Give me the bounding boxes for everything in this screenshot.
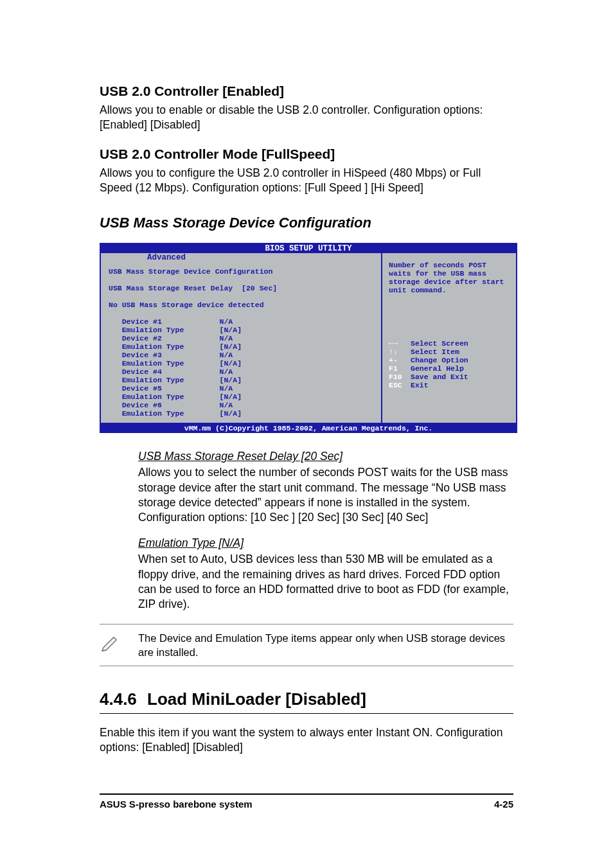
bios-key-row: +-Change Option	[389, 356, 511, 364]
bios-key-glyph: +-	[389, 356, 411, 364]
para-usb20-mode: Allows you to configure the USB 2.0 cont…	[100, 166, 513, 195]
bios-title-bar: BIOS SETUP UTILITY Advanced	[100, 243, 517, 253]
subheading-reset-delay: USB Mass Storage Reset Delay [20 Sec]	[100, 450, 513, 463]
note-text: The Device and Emulation Type items appe…	[138, 631, 511, 660]
bios-key-desc: Select Item	[411, 348, 459, 356]
bios-help-text: Number of seconds POST waits for the USB…	[389, 261, 511, 294]
bios-key-glyph: ↑↓	[389, 348, 411, 356]
bios-main-pane: USB Mass Storage Device Configuration US…	[101, 253, 381, 423]
heading-446-title: Load MiniLoader [Disabled]	[147, 689, 366, 709]
bios-key-row: F1General Help	[389, 364, 511, 373]
heading-usb-mass-storage-config: USB Mass Storage Device Configuration	[100, 215, 513, 231]
bios-key-row: ESCExit	[389, 381, 511, 389]
bios-key-desc: General Help	[411, 364, 464, 373]
bios-key-row: ←→Select Screen	[389, 339, 511, 348]
heading-446-number: 4.4.6	[100, 689, 147, 709]
bios-title-text: BIOS SETUP UTILITY	[265, 244, 351, 253]
bios-key-desc: Change Option	[411, 356, 468, 364]
note-icon	[100, 631, 138, 655]
bios-key-row: F10Save and Exit	[389, 373, 511, 381]
bios-nav-keys: ←→Select Screen↑↓Select Item+-Change Opt…	[389, 339, 511, 389]
para-reset-delay: Allows you to select the number of secon…	[100, 465, 513, 525]
bios-key-glyph: ESC	[389, 381, 411, 389]
bios-key-glyph: F10	[389, 373, 411, 381]
bios-key-desc: Select Screen	[411, 339, 468, 348]
note-block: The Device and Emulation Type items appe…	[100, 624, 513, 667]
bios-screenshot: BIOS SETUP UTILITY Advanced USB Mass Sto…	[100, 243, 517, 433]
bios-key-glyph: F1	[389, 364, 411, 373]
bios-key-glyph: ←→	[389, 339, 411, 348]
bios-key-row: ↑↓Select Item	[389, 348, 511, 356]
footer-right: 4-25	[494, 799, 513, 810]
heading-446: 4.4.6Load MiniLoader [Disabled]	[100, 689, 513, 714]
para-usb20-controller: Allows you to enable or disable the USB …	[100, 103, 513, 132]
para-446: Enable this item if you want the system …	[100, 725, 513, 755]
bios-copyright: vMM.mm (C)Copyright 1985-2002, American …	[100, 424, 517, 433]
bios-help-pane: Number of seconds POST waits for the USB…	[381, 253, 516, 423]
subheading-emulation-type: Emulation Type [N/A]	[100, 536, 513, 550]
bios-tab-advanced: Advanced	[145, 253, 188, 262]
footer-left: ASUS S-presso barebone system	[100, 799, 253, 810]
para-emulation-type: When set to Auto, USB devices less than …	[100, 552, 513, 612]
page-footer: ASUS S-presso barebone system 4-25	[100, 793, 513, 810]
bios-key-desc: Save and Exit	[411, 373, 468, 381]
heading-usb20-mode: USB 2.0 Controller Mode [FullSpeed]	[100, 146, 513, 162]
bios-key-desc: Exit	[411, 381, 429, 389]
heading-usb20-controller: USB 2.0 Controller [Enabled]	[100, 84, 513, 99]
